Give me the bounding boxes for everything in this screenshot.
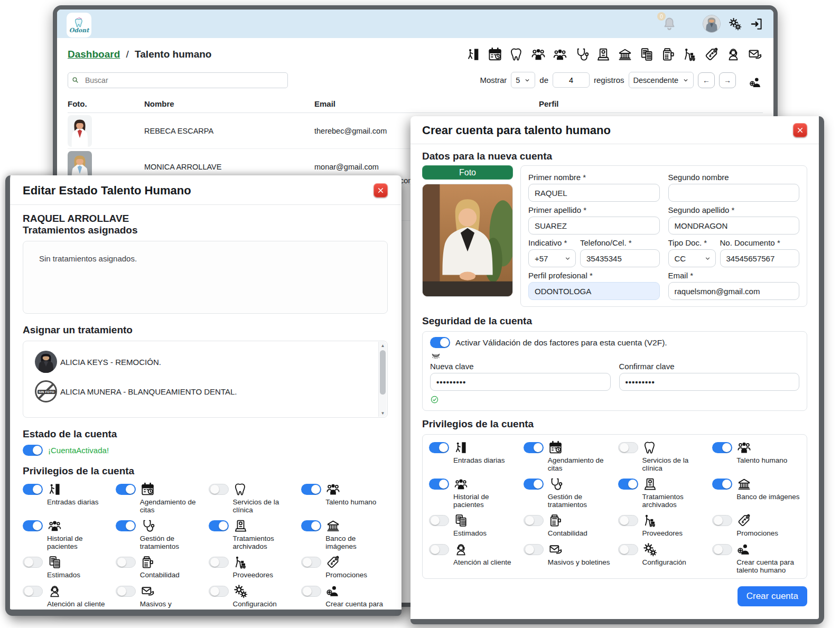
privilege-proveedores[interactable]: Proveedores bbox=[209, 555, 295, 579]
historial-pacientes-icon[interactable] bbox=[552, 46, 568, 62]
email-input[interactable] bbox=[668, 282, 800, 300]
privilege-toggle-configuracion[interactable] bbox=[618, 544, 638, 555]
prev-page-button[interactable]: ← bbox=[698, 72, 715, 88]
privilege-toggle-masivos-boletines[interactable] bbox=[116, 586, 136, 597]
privilege-banco-imagenes[interactable]: Banco de imágenes bbox=[301, 518, 388, 550]
privilege-toggle-estimados[interactable] bbox=[429, 515, 449, 526]
privilege-atencion-cliente[interactable]: Atención al cliente bbox=[429, 542, 517, 574]
gestion-tratamientos-icon[interactable] bbox=[574, 46, 590, 62]
privilege-toggle-historial-pacientes[interactable] bbox=[23, 520, 43, 531]
edit-modal-close-icon[interactable] bbox=[374, 183, 388, 198]
nueva-clave-input[interactable] bbox=[430, 373, 611, 391]
privilege-toggle-atencion-cliente[interactable] bbox=[23, 586, 43, 597]
assign-treatment-item[interactable]: ALICIA KEYS - REMOCIÓN. bbox=[35, 351, 371, 373]
proveedores-icon[interactable] bbox=[682, 46, 698, 62]
primer-nombre-input[interactable] bbox=[528, 184, 660, 202]
privilege-toggle-banco-imagenes[interactable] bbox=[301, 520, 321, 531]
account-state-toggle[interactable] bbox=[23, 445, 43, 456]
atencion-cliente-icon[interactable] bbox=[725, 46, 741, 62]
privilege-entradas-diarias[interactable]: Entradas diarias bbox=[429, 440, 517, 472]
privilege-entradas-diarias[interactable]: Entradas diarias bbox=[23, 482, 109, 514]
no-documento-input[interactable] bbox=[720, 249, 800, 267]
entradas-diarias-icon[interactable] bbox=[465, 46, 481, 62]
privilege-configuracion[interactable]: Configuración bbox=[618, 542, 706, 574]
indicativo-select[interactable]: +57 bbox=[528, 249, 576, 267]
next-page-button[interactable]: → bbox=[719, 72, 736, 88]
privilege-toggle-entradas-diarias[interactable] bbox=[429, 442, 449, 453]
banco-imagenes-icon[interactable] bbox=[617, 46, 633, 62]
privilege-toggle-atencion-cliente[interactable] bbox=[429, 544, 449, 555]
privilege-promociones[interactable]: Promociones bbox=[712, 513, 800, 537]
privilege-promociones[interactable]: Promociones bbox=[301, 555, 388, 579]
tipo-doc-select[interactable]: CC bbox=[668, 249, 716, 267]
privilege-toggle-talento-humano[interactable] bbox=[712, 442, 732, 453]
privilege-toggle-proveedores[interactable] bbox=[209, 557, 229, 568]
create-modal-close-icon[interactable] bbox=[793, 123, 807, 137]
scroll-up-arrow[interactable]: ▲ bbox=[379, 342, 387, 349]
privilege-historial-pacientes[interactable]: Historial de pacientes bbox=[429, 476, 517, 509]
privilege-servicios-clinica[interactable]: Servicios de la clínica bbox=[618, 440, 706, 472]
breadcrumb-dashboard-link[interactable]: Dashboard bbox=[68, 49, 120, 60]
telefono-input[interactable] bbox=[580, 249, 660, 267]
order-select[interactable]: Descendente bbox=[629, 72, 694, 88]
privilege-tratamientos-archivados[interactable]: Tratamientos archivados bbox=[618, 476, 706, 509]
privilege-toggle-agendamiento-citas[interactable] bbox=[524, 442, 544, 453]
privilege-toggle-gestion-tratamientos[interactable] bbox=[116, 520, 136, 531]
privilege-talento-humano[interactable]: Talento humano bbox=[301, 482, 388, 514]
privilege-toggle-masivos-boletines[interactable] bbox=[524, 544, 544, 555]
segundo-apellido-input[interactable] bbox=[668, 217, 800, 235]
agendamiento-citas-icon[interactable] bbox=[487, 46, 503, 62]
scroll-thumb[interactable] bbox=[380, 350, 386, 395]
privilege-agendamiento-citas[interactable]: Agendamiento de citas bbox=[116, 482, 202, 514]
privilege-masivos-boletines[interactable]: Masivos y boletines bbox=[524, 542, 612, 574]
privilege-toggle-promociones[interactable] bbox=[301, 557, 321, 568]
privilege-toggle-servicios-clinica[interactable] bbox=[618, 442, 638, 453]
privilege-configuracion[interactable]: Configuración bbox=[209, 584, 295, 616]
privilege-toggle-crear-cuenta-talento[interactable] bbox=[712, 544, 732, 555]
privilege-toggle-proveedores[interactable] bbox=[618, 515, 638, 526]
foto-upload-button[interactable]: Foto bbox=[422, 165, 513, 180]
privilege-toggle-servicios-clinica[interactable] bbox=[209, 484, 229, 495]
privilege-talento-humano[interactable]: Talento humano bbox=[712, 440, 800, 472]
search-input[interactable] bbox=[82, 76, 287, 85]
confirmar-clave-input[interactable] bbox=[619, 373, 800, 391]
privilege-contabilidad[interactable]: Contabilidad bbox=[116, 555, 202, 579]
privilege-atencion-cliente[interactable]: Atención al cliente bbox=[23, 584, 109, 616]
privilege-masivos-boletines[interactable]: Masivos y boletines bbox=[116, 584, 202, 616]
privilege-toggle-contabilidad[interactable] bbox=[524, 515, 544, 526]
estimados-icon[interactable] bbox=[639, 46, 655, 62]
contabilidad-icon[interactable] bbox=[660, 46, 676, 62]
settings-gears-icon[interactable] bbox=[728, 17, 742, 31]
privilege-estimados[interactable]: Estimados bbox=[23, 555, 109, 579]
scroll-down-arrow[interactable]: ▼ bbox=[379, 409, 387, 417]
v2f-toggle[interactable] bbox=[430, 337, 450, 348]
privilege-toggle-historial-pacientes[interactable] bbox=[429, 479, 449, 490]
privilege-toggle-talento-humano[interactable] bbox=[301, 484, 321, 495]
privilege-toggle-tratamientos-archivados[interactable] bbox=[618, 479, 638, 490]
servicios-clinica-icon[interactable] bbox=[509, 46, 525, 62]
promociones-icon[interactable] bbox=[704, 46, 720, 62]
privilege-gestion-tratamientos[interactable]: Gestión de tratamientos bbox=[116, 518, 202, 550]
privilege-toggle-configuracion[interactable] bbox=[209, 586, 229, 597]
privilege-toggle-crear-cuenta-talento[interactable] bbox=[301, 586, 321, 597]
privilege-tratamientos-archivados[interactable]: Tratamientos archivados bbox=[209, 518, 295, 550]
tratamientos-archivados-icon[interactable] bbox=[595, 46, 611, 62]
privilege-toggle-banco-imagenes[interactable] bbox=[712, 479, 732, 490]
assign-treatment-item[interactable]: SIN FOTOALICIA MUNERA - BLANQUEAMIENTO D… bbox=[35, 380, 371, 402]
create-account-button[interactable]: Crear cuenta bbox=[738, 586, 807, 606]
privilege-toggle-contabilidad[interactable] bbox=[116, 557, 136, 568]
page-size-select[interactable]: 5 bbox=[511, 72, 535, 88]
perfil-profesional-input[interactable] bbox=[528, 282, 660, 300]
user-avatar[interactable] bbox=[703, 15, 721, 33]
primer-apellido-input[interactable] bbox=[528, 217, 660, 235]
scrollbar[interactable]: ▲ ▼ bbox=[378, 342, 387, 417]
add-talent-icon[interactable] bbox=[749, 76, 763, 90]
privilege-servicios-clinica[interactable]: Servicios de la clínica bbox=[209, 482, 295, 514]
privilege-toggle-tratamientos-archivados[interactable] bbox=[209, 520, 229, 531]
logout-icon[interactable] bbox=[750, 17, 764, 31]
privilege-toggle-entradas-diarias[interactable] bbox=[23, 484, 43, 495]
total-records-input[interactable] bbox=[553, 72, 590, 88]
privilege-contabilidad[interactable]: Contabilidad bbox=[524, 513, 612, 537]
privilege-banco-imagenes[interactable]: Banco de imágenes bbox=[712, 476, 800, 509]
privilege-toggle-agendamiento-citas[interactable] bbox=[116, 484, 136, 495]
